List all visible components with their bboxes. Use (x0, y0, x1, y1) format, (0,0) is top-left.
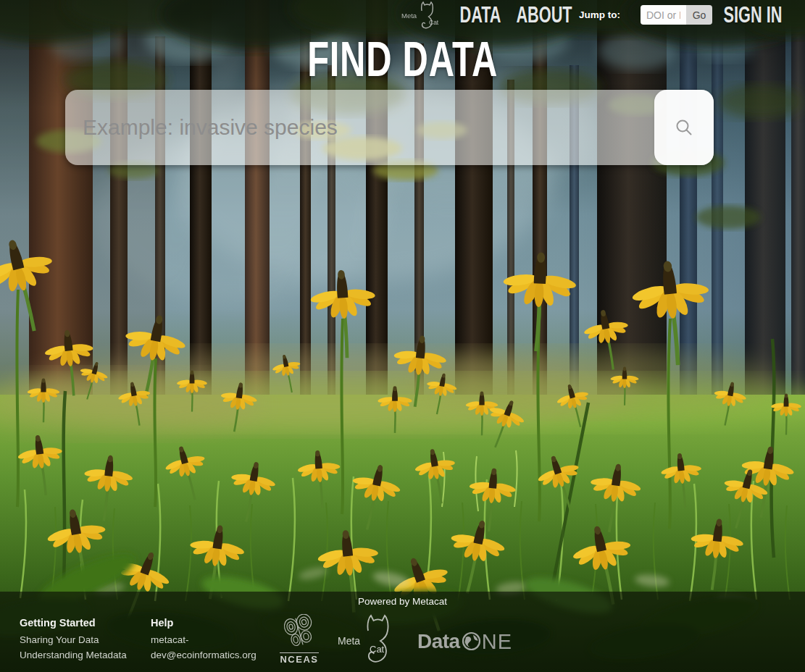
logo-meta-text: Meta (401, 12, 417, 20)
metacat-logo-cat-text: Cat (370, 644, 384, 655)
doi-or-id-input[interactable] (641, 5, 686, 25)
link-metacat-dev-email[interactable]: metacat-dev@ecoinformatics.org (151, 633, 263, 663)
search-icon (654, 117, 714, 138)
logo-cat-text: Cat (429, 19, 439, 26)
top-navigation-bar: Meta Cat DATA ABOUT Jump to: Go SIGN IN (0, 0, 805, 33)
search-input[interactable] (65, 90, 645, 165)
dataone-globe-icon (460, 630, 482, 654)
nav-link-about[interactable]: ABOUT (516, 0, 572, 30)
nav-link-sign-in[interactable]: SIGN IN (724, 0, 783, 30)
footer: Powered by Metacat Getting Started Shari… (0, 592, 805, 672)
go-button[interactable]: Go (686, 5, 712, 25)
nceas-logo[interactable]: NCEAS (280, 614, 319, 665)
metacat-landing-page: Meta Cat DATA ABOUT Jump to: Go SIGN IN … (0, 0, 805, 672)
footer-column-help: Help metacat-dev@ecoinformatics.org (151, 617, 263, 663)
jump-to-label: Jump to: (579, 9, 620, 20)
dataone-logo-data-text: Data (417, 630, 460, 653)
getting-started-heading: Getting Started (20, 617, 143, 629)
metacat-footer-logo[interactable]: Meta Cat (338, 612, 399, 667)
dataone-logo[interactable]: Data NE (417, 630, 512, 654)
metacat-logo[interactable]: Meta Cat (400, 1, 445, 34)
link-understanding-metadata[interactable]: Understanding Metadata (20, 648, 143, 663)
powered-by-text: Powered by Metacat (0, 596, 805, 607)
nceas-butterfly-icon (280, 614, 319, 652)
footer-logos: NCEAS Meta Cat Data NE (280, 610, 512, 668)
link-sharing-your-data[interactable]: Sharing Your Data (20, 633, 143, 648)
search-button[interactable] (654, 90, 714, 165)
dataone-logo-ne-text: NE (482, 630, 512, 654)
search-box (65, 90, 714, 165)
nceas-logo-text: NCEAS (280, 652, 318, 665)
footer-column-getting-started: Getting Started Sharing Your Data Unders… (20, 617, 143, 663)
metacat-logo-meta-text: Meta (338, 635, 360, 647)
nav-link-data[interactable]: DATA (459, 0, 501, 30)
page-title: FIND DATA (0, 30, 805, 87)
help-heading: Help (151, 617, 263, 629)
